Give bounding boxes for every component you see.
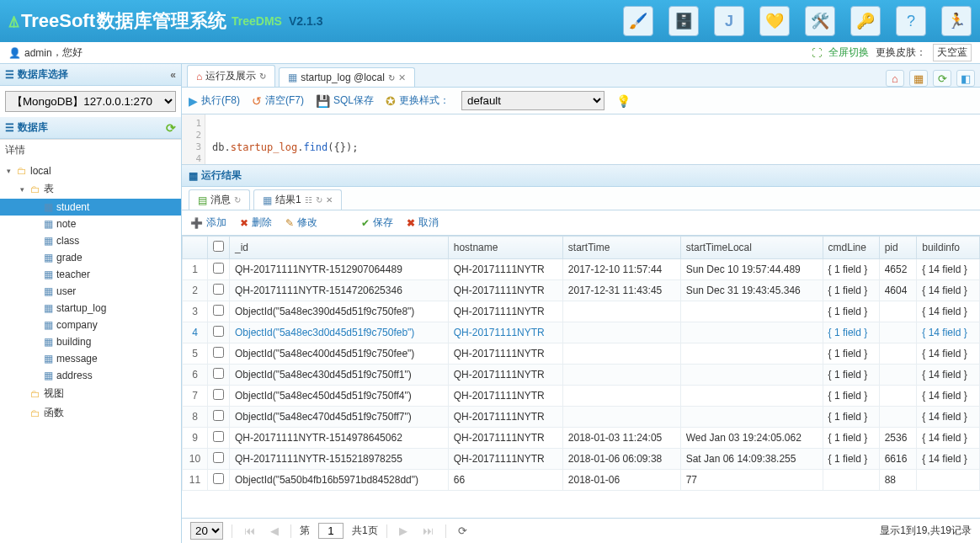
cell [680,365,823,386]
tools-icon[interactable]: 🛠️ [805,6,835,36]
row-checkbox[interactable] [213,410,224,421]
col-hostname[interactable]: hostname [448,237,562,259]
tree-node-student[interactable]: ▦student [0,199,181,216]
cell: 2018-01-03 11:24:05 [562,428,680,449]
table-row[interactable]: 5ObjectId("5a48ec400d45d51f9c750fee")QH-… [183,343,980,365]
tabbar-grid-icon[interactable]: ▦ [909,70,928,87]
tree-node-building[interactable]: ▦building [0,333,181,350]
tree-node-views[interactable]: 🗀视图 [0,384,181,403]
row-checkbox[interactable] [213,431,224,442]
tree-node-address[interactable]: ▦address [0,367,181,384]
col-startTimeLocal[interactable]: startTimeLocal [680,237,823,259]
tree-node-company[interactable]: ▦company [0,317,181,333]
tabbar-window-icon[interactable]: ◧ [956,70,975,87]
code-area[interactable]: db.startup_log.find({}); [205,114,980,164]
line-gutter: 1234 [182,114,205,164]
key-icon[interactable]: 🔑 [850,6,881,36]
col-pid[interactable]: pid [879,237,917,259]
tab-refresh-icon[interactable]: ↻ [316,195,322,205]
skin-select[interactable]: 天空蓝 [933,44,972,61]
cell: { 1 field } [823,428,879,449]
row-checkbox[interactable] [213,284,224,295]
table-row[interactable]: 10QH-20171111NYTR-1515218978255QH-201711… [183,449,980,470]
heart-icon[interactable]: 💛 [759,6,790,36]
page-input[interactable] [318,523,344,539]
table-row[interactable]: 3ObjectId("5a48ec390d45d51f9c750fe8")QH-… [183,301,980,322]
cell: 66 [448,470,562,491]
edit-button[interactable]: ✎修改 [285,216,317,230]
close-icon[interactable]: ✕ [326,195,333,205]
paint-icon[interactable]: 🖌️ [623,6,653,36]
last-page-button[interactable]: ⏭ [419,524,437,537]
row-checkbox[interactable] [213,305,224,316]
cancel-button[interactable]: ✖取消 [407,216,439,230]
table-row[interactable]: 4ObjectId("5a48ec3d0d45d51f9c750feb")QH-… [183,322,980,343]
tree-node-user[interactable]: ▦user [0,283,181,300]
tab-refresh-icon[interactable]: ↻ [388,73,395,83]
collapse-icon[interactable]: « [170,69,176,81]
clear-button[interactable]: ↺ 清空(F7) [252,93,304,108]
row-checkbox[interactable] [213,452,224,463]
tab-refresh-icon[interactable]: ↻ [234,195,241,205]
tree-node-grade[interactable]: ▦grade [0,249,181,266]
database-select[interactable]: 【MongoDB】127.0.0.1:270 [5,91,176,112]
row-checkbox[interactable] [213,473,224,484]
row-checkbox[interactable] [213,347,224,358]
tree-node-teacher[interactable]: ▦teacher [0,266,181,283]
tree-node-class[interactable]: ▦class [0,232,181,249]
row-checkbox[interactable] [213,368,224,379]
col-buildinfo[interactable]: buildinfo [917,237,980,259]
style-select[interactable]: default [461,91,605,110]
table-row[interactable]: 9QH-20171111NYTR-1514978645062QH-2017111… [183,428,980,449]
row-checkbox[interactable] [213,389,224,400]
col-cmdLine[interactable]: cmdLine [823,237,879,259]
table-row[interactable]: 1QH-20171111NYTR-1512907064489QH-2017111… [183,259,980,280]
cell: 88 [879,470,917,491]
sql-save-button[interactable]: 💾 SQL保存 [316,93,374,108]
j-icon[interactable]: J [714,6,744,36]
col-startTime[interactable]: startTime [562,237,680,259]
table-row[interactable]: 11ObjectId("5a50b4fb16b5971bd84528dd")66… [183,470,980,491]
tree-node-message[interactable]: ▦message [0,350,181,367]
tab-run[interactable]: ⌂ 运行及展示 ↻ [187,65,275,87]
row-checkbox[interactable] [213,326,224,337]
row-checkbox[interactable] [213,263,224,274]
tree-node-startup_log[interactable]: ▦startup_log [0,300,181,317]
reload-button[interactable]: ⟳ [455,524,471,537]
tree-node-local[interactable]: ▾🗀local [0,162,181,179]
add-button[interactable]: ➕添加 [190,216,226,230]
close-icon[interactable]: ✕ [398,72,406,83]
greeting: ，您好 [52,45,83,60]
tabbar-home-icon[interactable]: ⌂ [886,70,904,87]
delete-button[interactable]: ✖删除 [240,216,272,230]
tab-table[interactable]: ▦ startup_log @local ↻ ✕ [279,67,415,87]
table-row[interactable]: 8ObjectId("5a48ec470d45d51f9c750ff7")QH-… [183,407,980,428]
fullscreen-toggle[interactable]: 全屏切换 [828,45,869,60]
help-icon[interactable]: ? [896,6,926,36]
table-row[interactable]: 6ObjectId("5a48ec430d45d51f9c750ff1")QH-… [183,365,980,386]
prev-page-button[interactable]: ◀ [267,524,282,537]
tree-node-note[interactable]: ▦note [0,216,181,232]
refresh-icon[interactable]: ⟳ [166,121,176,135]
cell: { 1 field } [823,407,879,428]
execute-button[interactable]: ▶ 执行(F8) [189,93,240,108]
select-all-checkbox[interactable] [213,241,224,252]
db-icon[interactable]: 🗄️ [668,6,699,36]
tree-node-functions[interactable]: 🗀函数 [0,403,181,423]
tabbar-refresh-icon[interactable]: ⟳ [933,70,951,87]
tab-refresh-icon[interactable]: ↻ [259,72,266,81]
tab-result1[interactable]: ▦ 结果1 ☷ ↻ ✕ [253,189,342,210]
cell [680,407,823,428]
tab-messages[interactable]: ▤ 消息 ↻ [189,189,250,210]
first-page-button[interactable]: ⏮ [241,524,258,537]
user-icon[interactable]: 🏃 [941,6,972,36]
save-button[interactable]: ✔保存 [361,216,393,230]
next-page-button[interactable]: ▶ [396,524,411,537]
table-row[interactable]: 7ObjectId("5a48ec450d45d51f9c750ff4")QH-… [183,386,980,407]
tree-node-tables[interactable]: ▾🗀表 [0,179,181,199]
table-row[interactable]: 2QH-20171111NYTR-1514720625346QH-2017111… [183,280,980,301]
page-size-select[interactable]: 20 [190,522,223,540]
col-_id[interactable]: _id [230,237,449,259]
hint-icon[interactable]: 💡 [616,94,631,108]
result-tabbar: ▤ 消息 ↻ ▦ 结果1 ☷ ↻ ✕ [182,187,980,210]
